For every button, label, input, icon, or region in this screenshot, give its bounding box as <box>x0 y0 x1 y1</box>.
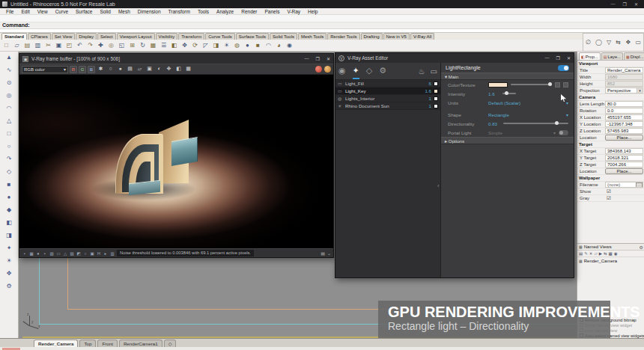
vray-framebuffer-icon[interactable]: ▭ <box>635 39 641 46</box>
settings-icon[interactable]: ⚙ <box>4 282 14 292</box>
tab-layers[interactable]: ▤ Laye... <box>601 52 623 60</box>
white-circle-icon[interactable]: ○ <box>106 65 115 73</box>
menu-item[interactable]: View <box>34 8 52 15</box>
vray-tools-icon[interactable]: ❖ <box>625 39 631 46</box>
help-icon[interactable]: ◉ <box>614 251 618 256</box>
light-color-swatch[interactable] <box>434 96 438 101</box>
channel-select[interactable]: RGB color ▾ <box>22 66 68 73</box>
units-dropdown[interactable]: Default (Scalar) <box>488 100 520 105</box>
status-icon[interactable]: ▭ <box>55 251 61 256</box>
vray-interactive-icon[interactable]: ⇆ <box>616 39 621 46</box>
circle-center-icon[interactable]: ⊙ <box>4 79 14 88</box>
shape-dropdown[interactable]: Rectangle <box>488 112 509 117</box>
toolbar-tab[interactable]: Transform <box>178 33 204 40</box>
rectangle-icon[interactable]: □ <box>4 129 14 139</box>
select-icon[interactable]: ▲ <box>4 53 14 63</box>
surface-icon[interactable]: ◇ <box>4 168 14 177</box>
ellipse-icon[interactable]: ○ <box>4 142 14 152</box>
status-icon[interactable]: ▨ <box>49 251 55 256</box>
sphere-icon[interactable]: ● <box>4 193 14 203</box>
curve-icon[interactable]: ◠ <box>264 40 273 50</box>
light-color-swatch[interactable] <box>434 104 438 108</box>
viewport-tab-rendercamera1[interactable]: RenderCamera1 <box>119 340 162 347</box>
thumbnail-icon[interactable]: ▦ <box>609 251 613 256</box>
display-mode-icon[interactable]: ◧ <box>169 40 179 50</box>
save-small-icon[interactable]: ▤ <box>321 251 325 256</box>
menu-item[interactable]: Render <box>237 8 261 15</box>
copy-icon[interactable]: ▣ <box>54 40 64 50</box>
save-file-icon[interactable]: ▤ <box>22 40 32 50</box>
light-list-item[interactable]: ▭ Light_Fill 6 <box>335 80 440 88</box>
toolbar-tab[interactable]: Select <box>97 33 116 40</box>
load-image-icon[interactable]: ▱ <box>136 65 144 73</box>
maximize-icon[interactable]: ❐ <box>556 55 560 61</box>
asset-editor-title-bar[interactable]: V V-Ray Asset Editor — ❐ ✕ <box>335 53 574 63</box>
toolbar-tab[interactable]: New in V5 <box>383 33 410 40</box>
status-icon[interactable]: ▣ <box>89 251 95 256</box>
open-file-icon[interactable]: ▱ <box>12 40 22 50</box>
vray-asset-editor-icon[interactable]: ▽ <box>607 39 611 46</box>
swap-icon[interactable]: ⇆ <box>604 251 607 256</box>
maximize-icon[interactable]: ❐ <box>623 1 627 7</box>
blue-channel-button[interactable]: B <box>88 66 95 73</box>
sphere-preview-icon[interactable]: ◐ <box>155 65 163 73</box>
compare-icon[interactable]: ◧ <box>174 65 183 73</box>
region-render-icon[interactable] <box>324 66 331 73</box>
intensity-value[interactable]: 1.6 <box>488 91 495 96</box>
gumball-icon[interactable]: ✥ <box>4 269 14 279</box>
status-icon[interactable]: ▪ <box>22 251 28 256</box>
pan-icon[interactable]: ✚ <box>96 40 106 50</box>
status-icon[interactable]: ◩ <box>76 251 82 256</box>
named-views-icon[interactable]: ▦ <box>148 40 158 50</box>
pointer-icon[interactable]: ▶ <box>599 251 602 256</box>
history-icon[interactable]: ▦ <box>184 65 192 73</box>
status-icon[interactable]: ▸ <box>103 251 109 256</box>
light-icon[interactable]: ☀ <box>222 40 231 50</box>
lamp-icon[interactable]: ☀ <box>4 257 14 266</box>
gray-circle-icon[interactable]: ● <box>116 65 124 73</box>
menu-item[interactable]: Curve <box>52 8 72 15</box>
toolbar-tab[interactable]: Mesh Tools <box>298 33 326 40</box>
cut-icon[interactable]: ✂ <box>43 40 53 50</box>
box-icon[interactable]: ■ <box>4 180 14 190</box>
clipboard-icon[interactable]: ▣ <box>145 65 154 73</box>
light-enabled-toggle[interactable] <box>558 65 569 71</box>
tab-properties[interactable]: ◧ Prop... <box>579 52 601 60</box>
materials-tab-icon[interactable]: ◉ <box>338 63 346 79</box>
status-icon[interactable]: ● <box>35 251 41 256</box>
color-wheel-icon[interactable]: ✱ <box>97 65 105 73</box>
zoom-icon[interactable]: ◎ <box>106 40 116 50</box>
framebuffer-button-icon[interactable]: ▭ <box>431 67 437 76</box>
minimize-icon[interactable]: — <box>545 55 550 61</box>
close-icon[interactable]: ✕ <box>326 56 330 61</box>
menu-item[interactable]: Analyze <box>213 8 237 15</box>
menu-item[interactable]: Tools <box>194 8 213 15</box>
portal-light-toggle[interactable] <box>559 130 568 135</box>
expand-icon[interactable]: ⌄ <box>327 251 331 256</box>
new-file-icon[interactable]: □ <box>1 40 11 50</box>
help-icon[interactable]: ◉ <box>285 40 294 50</box>
portal-mode-dropdown[interactable]: Simple <box>488 130 502 135</box>
zoom-window-icon[interactable]: ◱ <box>117 40 127 50</box>
status-icon[interactable]: ▦ <box>28 251 34 256</box>
close-icon[interactable]: ✕ <box>634 1 638 7</box>
color-swatch[interactable] <box>488 82 508 88</box>
intensity-slider[interactable] <box>502 93 516 94</box>
status-icon[interactable]: ▥ <box>109 251 115 256</box>
toolbar-tab[interactable]: Visibility <box>156 33 178 40</box>
stop-render-icon[interactable] <box>315 66 322 73</box>
toolbar-tab[interactable]: Solid Tools <box>270 33 297 40</box>
move-icon[interactable]: ✥ <box>180 40 189 50</box>
status-icon[interactable]: H <box>96 251 102 256</box>
close-icon[interactable]: ✕ <box>567 55 571 61</box>
light-color-swatch[interactable] <box>434 89 438 93</box>
collapse-panel-icon[interactable]: ‹ <box>437 182 440 189</box>
menu-item[interactable]: V-Ray <box>283 8 304 15</box>
options-section-header[interactable]: ▸ Options <box>441 137 574 144</box>
gear-icon[interactable]: ⚙ <box>640 245 643 250</box>
main-section-header[interactable]: ▾ Main <box>441 73 574 80</box>
menu-item[interactable]: Surface <box>72 8 96 15</box>
named-view-item[interactable]: ▦ Render_Camera <box>577 257 644 264</box>
settings-tab-icon[interactable]: ⚙ <box>379 63 386 79</box>
viewport-tab-front[interactable]: Front <box>97 340 117 347</box>
